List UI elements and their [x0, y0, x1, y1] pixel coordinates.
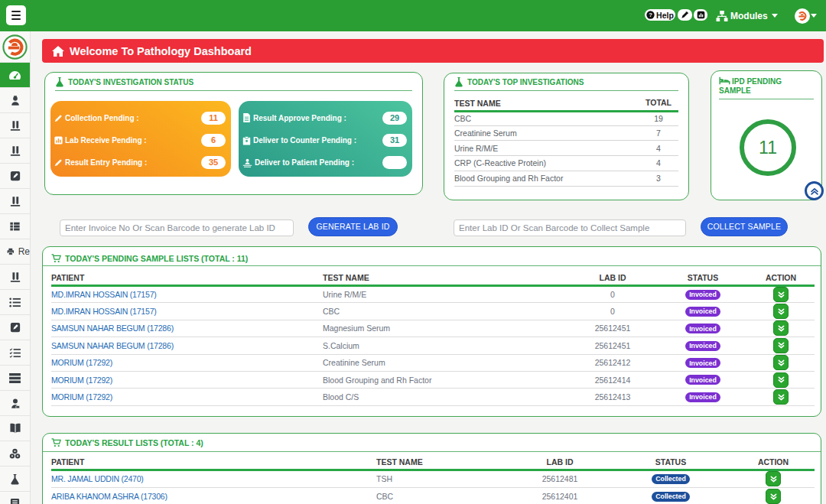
- svg-text:?: ?: [649, 11, 652, 18]
